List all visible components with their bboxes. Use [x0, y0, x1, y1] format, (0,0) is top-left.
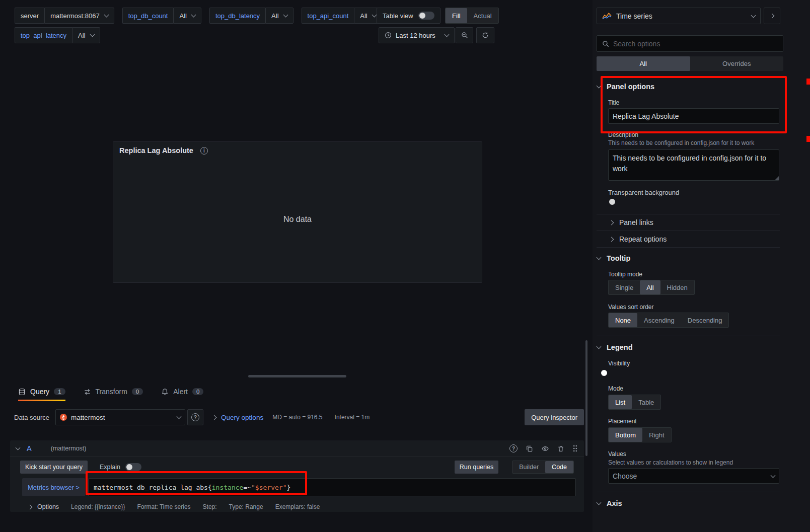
- datasource-value: mattermost: [71, 414, 105, 421]
- hide-query-eye-icon[interactable]: [541, 445, 549, 452]
- axis-heading[interactable]: Axis: [597, 499, 622, 507]
- chevron-down-icon: [751, 13, 756, 18]
- duplicate-query-icon[interactable]: [526, 445, 533, 452]
- divider: [597, 336, 780, 336]
- query-help-icon[interactable]: ?: [509, 444, 518, 452]
- builder-code-toggle: Builder Code: [512, 461, 574, 474]
- pane-size-toggle: Fill Actual: [445, 8, 499, 24]
- legend-values-select[interactable]: Choose: [608, 468, 779, 484]
- chevron-down-icon: [177, 414, 182, 419]
- delete-query-trash-icon[interactable]: [557, 445, 564, 452]
- legend-placement-label: Placement: [608, 418, 637, 425]
- textarea-resize-grip[interactable]: [775, 176, 779, 180]
- info-icon[interactable]: i: [200, 147, 208, 155]
- refresh-icon: [482, 32, 489, 39]
- help-circle-icon: ?: [191, 413, 199, 421]
- variable-top-db-count: top_db_count All: [122, 8, 201, 24]
- pane-resize-handle[interactable]: [248, 375, 346, 377]
- variable-top-db-latency-label: top_db_latency: [209, 8, 265, 24]
- datasource-help-button[interactable]: ?: [187, 409, 203, 425]
- table-view-label: Table view: [383, 12, 413, 20]
- visualization-picker[interactable]: Time series: [597, 8, 761, 24]
- options-filter-tabs: All Overrides: [597, 56, 783, 71]
- kick-start-query-button[interactable]: Kick start your query: [20, 461, 88, 474]
- collapse-query-chevron-icon[interactable]: [16, 445, 21, 450]
- description-label: Description: [608, 131, 638, 138]
- tooltip-mode-all[interactable]: All: [640, 280, 660, 294]
- builder-option[interactable]: Builder: [512, 461, 545, 473]
- placement-right[interactable]: Right: [642, 428, 671, 442]
- sort-none[interactable]: None: [609, 313, 637, 327]
- sort-ascending[interactable]: Ascending: [637, 313, 681, 327]
- tooltip-heading[interactable]: Tooltip: [597, 254, 630, 262]
- panel-options-heading[interactable]: Panel options: [597, 83, 654, 91]
- panel-description-textarea[interactable]: This needs to be configured in config.js…: [608, 149, 779, 181]
- chevron-down-icon: [283, 13, 288, 18]
- search-options-input[interactable]: [613, 40, 778, 48]
- metrics-browser-button[interactable]: Metrics browser >: [22, 478, 85, 496]
- prometheus-icon: [60, 414, 67, 421]
- query-inspector-button[interactable]: Query inspector: [525, 409, 584, 425]
- panel-title[interactable]: Replica Lag Absolute: [119, 146, 193, 155]
- panel-preview: Replica Lag Absolute i No data: [113, 141, 482, 283]
- variable-top-api-latency-dropdown[interactable]: All: [72, 27, 100, 43]
- legend-values-label: Values: [608, 450, 626, 458]
- chevron-right-icon: [212, 415, 217, 420]
- tab-alert[interactable]: Alert 0: [161, 384, 203, 401]
- legend-mode-list[interactable]: List: [609, 395, 632, 409]
- table-view-switch[interactable]: [418, 12, 434, 20]
- query-ref-id[interactable]: A: [27, 444, 32, 452]
- chevron-right-icon: [28, 504, 33, 509]
- tooltip-mode-single[interactable]: Single: [609, 280, 640, 294]
- tab-all[interactable]: All: [597, 56, 690, 71]
- run-queries-button[interactable]: Run queries: [455, 461, 498, 474]
- panel-title-input[interactable]: [608, 108, 779, 124]
- sort-descending[interactable]: Descending: [681, 313, 729, 327]
- variable-server: server mattermost:8067: [15, 8, 114, 24]
- legend-mode-table[interactable]: Table: [632, 395, 660, 409]
- annotation-edge-mark: [806, 79, 810, 85]
- transparent-background-label: Transparent background: [608, 189, 679, 196]
- values-sort-order-label: Values sort order: [608, 303, 654, 311]
- template-variables-row: server mattermost:8067 top_db_count All …: [15, 8, 382, 24]
- expression-metric: mattermost_db_replica_lag_abs{: [94, 484, 212, 491]
- legend-heading[interactable]: Legend: [597, 343, 633, 351]
- main-scrollbar-thumb[interactable]: [585, 340, 587, 456]
- options-toggle[interactable]: Options: [28, 503, 59, 510]
- drag-handle-icon[interactable]: [572, 444, 578, 452]
- search-icon: [602, 40, 609, 47]
- legend-mode-label: Mode: [608, 385, 623, 392]
- zoom-out-button[interactable]: [456, 27, 473, 43]
- refresh-button[interactable]: [476, 27, 494, 43]
- actual-option[interactable]: Actual: [467, 8, 498, 23]
- chevron-down-icon: [372, 13, 377, 18]
- database-icon: [18, 388, 26, 396]
- max-data-points-meta: MD = auto = 916.5: [272, 414, 322, 421]
- collapse-options-pane-button[interactable]: [764, 8, 780, 24]
- chevron-right-icon: [609, 220, 614, 225]
- variable-top-db-latency-dropdown[interactable]: All: [265, 8, 293, 24]
- variable-top-api-count: top_api_count All: [302, 8, 382, 24]
- visibility-label: Visibility: [608, 360, 630, 367]
- divider: [597, 492, 780, 492]
- repeat-options-section[interactable]: Repeat options: [597, 231, 780, 247]
- legend-values-help: Select values or calculations to show in…: [608, 459, 782, 466]
- time-range-picker[interactable]: Last 12 hours: [379, 27, 455, 43]
- placement-bottom[interactable]: Bottom: [609, 428, 642, 442]
- tab-query[interactable]: Query 1: [18, 384, 65, 401]
- tab-overrides[interactable]: Overrides: [690, 56, 784, 71]
- exemplars-meta: Exemplars: false: [275, 503, 320, 510]
- fill-option[interactable]: Fill: [446, 8, 467, 23]
- variable-top-db-count-dropdown[interactable]: All: [173, 8, 201, 24]
- editor-tabs: Query 1 Transform 0 Alert 0: [18, 384, 203, 401]
- tooltip-mode-hidden[interactable]: Hidden: [660, 280, 694, 294]
- query-expression-input[interactable]: mattermost_db_replica_lag_abs{instance=~…: [88, 478, 576, 496]
- code-option[interactable]: Code: [545, 461, 573, 473]
- tab-transform[interactable]: Transform 0: [84, 384, 143, 401]
- variable-server-dropdown[interactable]: mattermost:8067: [44, 8, 114, 24]
- datasource-select[interactable]: mattermost: [55, 409, 185, 425]
- query-options-toggle[interactable]: Query options: [221, 414, 263, 421]
- explain-switch[interactable]: [125, 463, 141, 471]
- datasource-row: Data source mattermost ? Query options M…: [10, 409, 584, 426]
- panel-links-section[interactable]: Panel links: [597, 214, 780, 231]
